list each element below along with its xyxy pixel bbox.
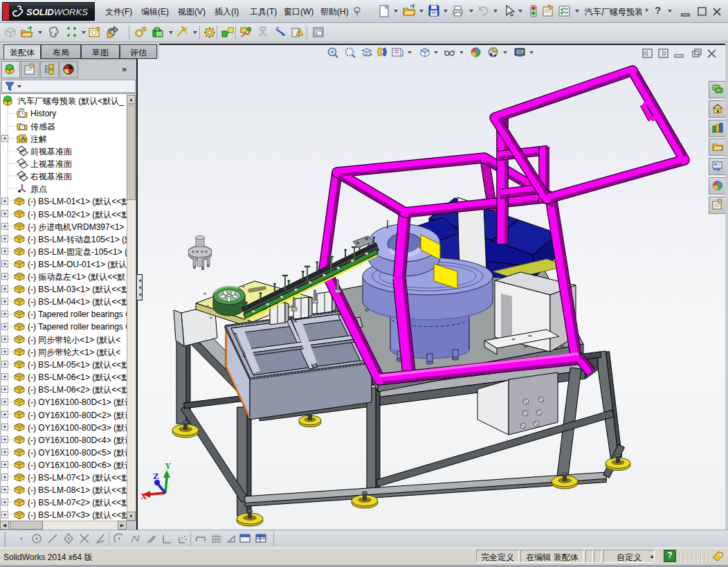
svg-text:X: X xyxy=(140,491,147,501)
svg-text:Y: Y xyxy=(165,460,172,471)
svg-text:Z: Z xyxy=(153,471,159,481)
svg-text:A: A xyxy=(21,135,26,142)
svg-text:!: ! xyxy=(298,30,300,36)
